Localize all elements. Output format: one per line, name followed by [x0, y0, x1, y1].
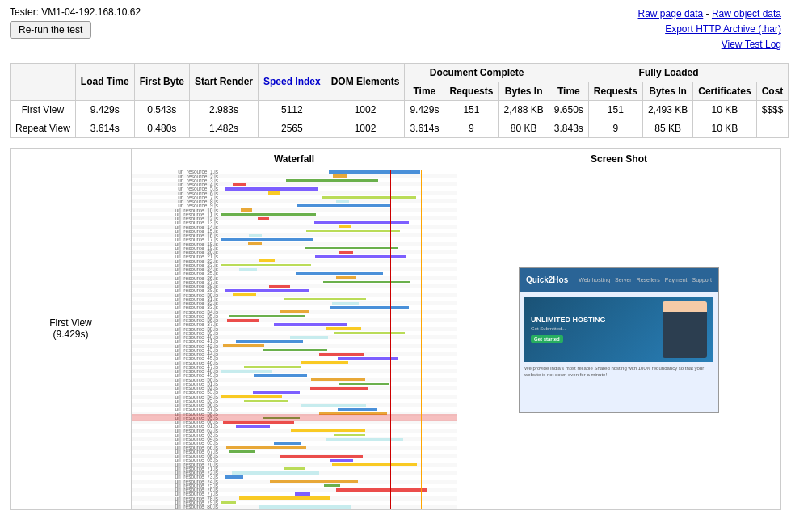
cell-fully-cost: $$$$ — [756, 100, 789, 119]
wf-bar — [314, 221, 409, 224]
wf-bar — [270, 480, 359, 483]
nav-resellers: Resellers — [637, 277, 660, 283]
wf-bar — [311, 378, 366, 381]
screenshot-logo: Quick2Hos — [526, 275, 568, 284]
wf-bar — [333, 174, 347, 178]
screenshot-footer-text: We provide India's most reliable Shared … — [524, 365, 713, 379]
wf-bar — [336, 488, 427, 492]
wf-bar — [227, 319, 259, 322]
doc-time: Time — [405, 82, 444, 100]
col-speed-index[interactable]: Speed Index — [259, 63, 326, 100]
first-view-label-col: First View (9.429s) — [11, 149, 132, 509]
wf-bar — [305, 247, 398, 250]
empty-header — [11, 63, 76, 100]
wf-bar — [221, 370, 271, 373]
wf-bar — [339, 383, 389, 386]
wf-bar — [258, 217, 270, 220]
wf-bar — [259, 259, 275, 262]
wf-bar — [225, 187, 318, 191]
wf-bar — [269, 285, 290, 288]
cell-fully-certs: 10 KB — [693, 100, 756, 119]
wf-bar — [330, 459, 353, 462]
wf-bar — [291, 429, 365, 432]
rerun-button[interactable]: Re-run the test — [10, 21, 91, 39]
wf-bar — [310, 387, 368, 390]
wf-bar — [253, 391, 299, 394]
wf-bar — [223, 344, 264, 347]
fully-certs: Certificates — [693, 82, 756, 100]
cell-fully-time: 9.650s — [549, 100, 588, 119]
wf-bar — [324, 484, 341, 488]
waterfall-section: Waterfall url_resource_1.jsurl_resource_… — [132, 149, 457, 509]
wf-bar — [338, 357, 398, 360]
wf-bar — [332, 302, 358, 305]
cell-doc-bytes: 80 KB — [499, 119, 549, 137]
doc-requests: Requests — [444, 82, 499, 100]
wf-bar — [249, 234, 262, 237]
wf-bar — [297, 204, 391, 207]
cell-doc-time: 3.614s — [405, 119, 444, 137]
screenshot-mock: Quick2Hos Web hosting Server Resellers P… — [519, 267, 719, 413]
wf-bar — [323, 281, 409, 284]
cell-start-render: 2.983s — [189, 100, 258, 119]
wf-bar — [284, 298, 366, 301]
raw-page-link[interactable]: Raw page data — [638, 8, 704, 19]
wf-bar — [244, 366, 301, 369]
table-row: Repeat View 3.614s 0.480s 1.482s 2565 10… — [11, 119, 789, 137]
fully-requests: Requests — [588, 82, 642, 100]
wf-bar — [244, 400, 287, 403]
row-label: Repeat View — [11, 119, 76, 137]
wf-bar — [326, 327, 361, 330]
cell-doc-requests: 151 — [444, 100, 499, 119]
waterfall-header: Waterfall — [132, 149, 457, 170]
wf-bar — [268, 191, 281, 195]
wf-bar — [280, 310, 309, 313]
col-start-render: Start Render — [189, 63, 258, 100]
col-load-time: Load Time — [75, 63, 134, 100]
cell-load-time: 9.429s — [75, 100, 134, 119]
page-header: Tester: VM1-04-192.168.10.62 Re-run the … — [0, 0, 791, 60]
wf-bar — [286, 179, 378, 182]
wf-bar — [254, 374, 307, 377]
cell-first-byte: 0.543s — [134, 100, 189, 119]
col-first-byte: First Byte — [134, 63, 189, 100]
wf-bar — [248, 242, 262, 245]
raw-object-link[interactable]: Raw object data — [712, 8, 781, 19]
wf-bar — [221, 264, 311, 267]
nav-payment: Payment — [665, 277, 688, 283]
wf-bar — [301, 361, 348, 364]
wf-bar — [319, 353, 364, 356]
nav-web-hosting: Web hosting — [579, 277, 610, 283]
wf-bar — [332, 463, 417, 466]
wf-bar — [326, 438, 403, 441]
cell-fully-requests: 151 — [588, 100, 642, 119]
export-http-link[interactable]: Export HTTP Archive (.har) — [665, 23, 781, 35]
wf-bar — [226, 446, 306, 449]
cell-fully-time: 3.843s — [549, 119, 588, 137]
wf-bar — [233, 183, 246, 186]
screenshot-hero-text: UNLIMITED HOSTING Get Submitted... Get s… — [531, 316, 606, 343]
cell-fully-certs: 10 KB — [693, 119, 756, 137]
wf-bar — [236, 340, 303, 343]
tester-info: Tester: VM1-04-192.168.10.62 — [10, 6, 141, 18]
wf-row: url_resource_80.js — [132, 505, 457, 509]
wf-bar — [239, 268, 257, 271]
wf-bar — [334, 332, 405, 335]
doc-complete-header: Document Complete — [405, 63, 549, 82]
wf-bar — [274, 323, 347, 326]
wf-bar — [336, 276, 356, 279]
wf-bar — [221, 501, 235, 505]
cell-first-byte: 0.480s — [134, 119, 189, 137]
row-label: First View — [11, 100, 76, 119]
view-test-link[interactable]: View Test Log — [722, 39, 781, 50]
wf-bar — [239, 496, 330, 500]
nav-support: Support — [692, 277, 712, 283]
waterfall-content[interactable]: url_resource_1.jsurl_resource_2.jsurl_re… — [132, 170, 457, 509]
wf-bar — [338, 408, 377, 411]
results-table-container: Load Time First Byte Start Render Speed … — [0, 60, 791, 141]
fully-loaded-header: Fully Loaded — [549, 63, 789, 82]
wf-bar — [306, 230, 400, 233]
wf-bar — [225, 289, 309, 292]
fully-time: Time — [549, 82, 588, 100]
speed-index-link[interactable]: Speed Index — [263, 76, 321, 87]
